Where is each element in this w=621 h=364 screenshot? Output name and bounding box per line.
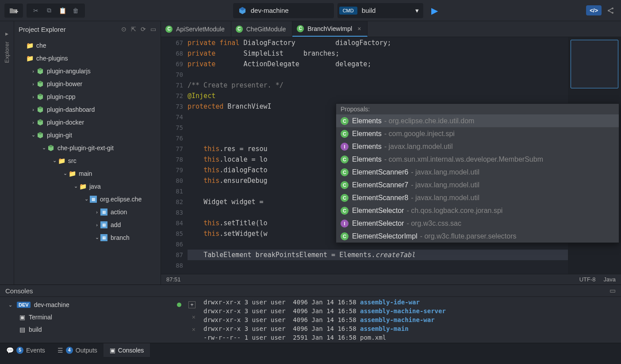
console-item[interactable]: ▣Terminal× [4,311,200,323]
new-file-button[interactable] [8,5,19,16]
kind-icon: C [341,207,349,215]
tab-label: ApiServletModule [176,26,225,33]
autocomplete-item[interactable]: CElements- com.google.inject.spi [336,127,619,140]
refresh-icon[interactable]: ⟳ [141,26,146,33]
cut-button[interactable]: ✂ [30,5,42,16]
bottom-tab[interactable]: ☰4Outputs [51,343,104,357]
autocomplete-popup: Proposals: CElements- org.eclipse.che.id… [336,103,619,243]
tree-label: che-plugin-git-ext-git [58,144,114,152]
chevron-icon: ⌄ [51,158,58,163]
close-icon[interactable]: × [192,314,196,321]
tree-item[interactable]: 📁che [16,39,159,52]
autocomplete-item[interactable]: IElements- javax.lang.model.util [336,140,619,153]
explorer-tab-label[interactable]: Explorer [4,42,10,63]
bubble-icon: 💬 [6,347,14,354]
chevron-icon: › [94,209,100,215]
consoles-minimize-icon[interactable]: ▭ [610,287,616,295]
tree-item[interactable]: ⌄📁src [16,154,159,167]
proposal-name: ElementScanner7 [352,181,408,189]
tree-item[interactable]: ›▦add [16,218,159,231]
proposal-name: ElementSelector [352,220,404,228]
proposal-name: ElementScanner8 [352,194,408,202]
editor-status-bar: 87:51 UTF-8 Java [161,274,621,284]
copy-button[interactable]: ⧉ [43,5,55,16]
top-toolbar: ✂ ⧉ 📋 🗑 dev-machine CMD build ▾ ▶ </> [0,0,621,21]
console-item[interactable]: ⌄DEVdev-machine+ [4,299,200,311]
terminal-output[interactable]: drwxr-xr-x 3 user user 4096 Jan 14 16:58… [203,297,621,343]
machine-name: dev-machine [251,7,289,14]
tree-item[interactable]: ›plugin-dashboard [16,103,159,116]
run-button[interactable]: ▶ [431,5,438,16]
tree-item[interactable]: 📁che-plugins [16,52,159,64]
status-dot [177,303,181,307]
editor-tab[interactable]: CBranchViewImpl× [292,21,368,37]
console-label: dev-machine [34,301,69,308]
consoles-title: Consoles [5,287,33,295]
editor-tab[interactable]: CCheGitModule [231,21,293,37]
tree-label: org.eclipse.che [100,196,142,203]
tree-item[interactable]: ›plugin-cpp [16,90,159,103]
editor-tab[interactable]: CApiServletModule [161,21,231,37]
explorer-header: Project Explorer ⊙ ⇱ ⟳ ▭ [14,21,161,37]
file-language[interactable]: Java [604,276,616,283]
tree-item[interactable]: ›▦action [16,205,159,218]
proposal-package: - com.google.inject.spi [384,130,455,138]
side-tab-bar: ▸ Explorer [0,21,14,284]
cmd-badge: CMD [339,7,357,15]
proposal-package: - com.sun.xml.internal.ws.developer.Memb… [384,155,543,163]
bottom-tab-label: Outputs [76,347,97,354]
machine-selector[interactable]: dev-machine [233,3,334,18]
minimap-viewport[interactable] [571,40,618,88]
paste-button[interactable]: 📋 [57,5,68,16]
chevron-down-icon: ▾ [415,7,419,15]
tree-item[interactable]: ⌄plugin-git [16,129,159,141]
tree-item[interactable]: ⌄che-plugin-git-ext-git [16,141,159,154]
autocomplete-item[interactable]: CElementSelectorImpl- org.w3c.flute.pars… [336,230,619,243]
tree-item[interactable]: ⌄📁main [16,167,159,180]
autocomplete-item[interactable]: CElementSelector- ch.qos.logback.core.jo… [336,204,619,217]
count-badge: 5 [16,347,23,354]
editor-tabs: CApiServletModuleCCheGitModuleCBranchVie… [161,21,621,37]
close-icon[interactable]: × [192,326,196,333]
kind-icon: C [341,168,349,176]
bottom-tab[interactable]: ▣Consoles [104,343,150,357]
tree-item[interactable]: ›plugin-docker [16,116,159,129]
tree-item[interactable]: ⌄📁java [16,180,159,193]
tree-label: branch [111,234,130,241]
bottom-tab[interactable]: 💬5Events [0,343,51,357]
project-explorer: Project Explorer ⊙ ⇱ ⟳ ▭ 📁che📁che-plugin… [14,21,161,284]
add-button[interactable]: + [188,301,196,308]
delete-button[interactable]: 🗑 [70,5,81,16]
chevron-icon: ⌄ [83,196,89,202]
autocomplete-item[interactable]: CElementScanner6- javax.lang.model.util [336,166,619,178]
list-icon: ☰ [58,347,63,354]
proposal-name: ElementScanner6 [352,168,408,176]
console-label: build [29,326,42,333]
tree-label: plugin-docker [47,119,84,126]
class-icon: C [236,26,243,33]
code-toggle-button[interactable]: </> [586,5,602,15]
minimize-icon[interactable]: ▭ [150,26,156,33]
file-encoding[interactable]: UTF-8 [579,276,596,283]
tree-item[interactable]: ›plugin-bower [16,77,159,90]
tree-item[interactable]: ›plugin-angularjs [16,64,159,77]
autocomplete-item[interactable]: CElements- com.sun.xml.internal.ws.devel… [336,153,619,166]
tree-item[interactable]: ⌄▦branch [16,231,159,244]
autocomplete-item[interactable]: CElementScanner8- javax.lang.model.util [336,191,619,204]
command-selector[interactable]: CMD build ▾ [337,3,424,18]
collapse-icon[interactable]: ⇱ [131,26,136,33]
console-item[interactable]: ▤build× [4,323,200,336]
proposal-name: Elements [352,143,382,151]
consoles-tree: ⌄DEVdev-machine+▣Terminal×▤build× [0,297,203,343]
autocomplete-item[interactable]: CElements- org.eclipse.che.ide.util.dom [336,114,619,127]
kind-icon: C [341,130,349,138]
close-icon[interactable]: × [357,25,361,32]
file-tree: 📁che📁che-plugins›plugin-angularjs›plugin… [14,37,161,284]
chevron-icon: › [94,222,100,228]
explorer-tab-icon[interactable]: ▸ [5,30,8,37]
share-button[interactable] [605,5,617,16]
locate-icon[interactable]: ⊙ [121,26,126,33]
tree-item[interactable]: ⌄▦org.eclipse.che [16,193,159,205]
autocomplete-item[interactable]: CElementScanner7- javax.lang.model.util [336,178,619,191]
autocomplete-item[interactable]: IElementSelector- org.w3c.css.sac [336,217,619,230]
